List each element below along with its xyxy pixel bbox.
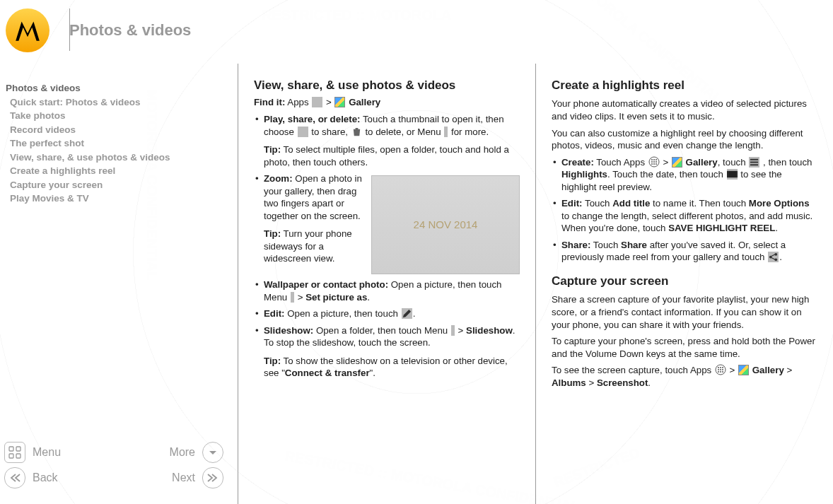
list-item: Wallpaper or contact photo: Open a pictu…	[254, 279, 520, 303]
content-area: View, share, & use photos & videos Find …	[238, 64, 833, 504]
li-text: for more.	[448, 127, 489, 137]
tip-text: To select multiple files, open a folder,…	[264, 144, 509, 168]
gallery-icon	[672, 157, 682, 168]
sidebar-item-8[interactable]: Play Movies & TV	[6, 192, 225, 206]
li-text: to name it. Then touch	[650, 198, 748, 209]
menu-label: Menu	[33, 446, 61, 459]
apps-grid-icon	[312, 97, 322, 107]
svg-point-28	[720, 371, 721, 373]
tip-text: ".	[370, 368, 375, 378]
svg-point-6	[653, 159, 655, 160]
share-box-icon	[298, 127, 308, 137]
li-text: . Touch the date, then touch	[607, 169, 726, 180]
list-item: Zoom: Open a photo in your gallery, then…	[254, 172, 520, 274]
col1-heading: View, share, & use photos & videos	[254, 78, 520, 93]
tip-label: Tip:	[264, 356, 281, 366]
tip: Tip: Turn your phone sideways for a wide…	[264, 228, 364, 265]
p-bold: Screenshot	[597, 377, 648, 388]
tip-label: Tip:	[264, 144, 281, 155]
back-button[interactable]: Back	[4, 467, 58, 488]
next-button[interactable]: Next	[172, 467, 223, 488]
li-bold: SAVE HIGHLIGHT REEL	[668, 223, 775, 233]
li-bold: Slideshow:	[264, 325, 313, 336]
findit-label: Find it:	[254, 97, 285, 107]
li-text: .	[367, 292, 370, 303]
photo-placeholder: 24 NOV 2014	[371, 175, 520, 274]
list-item: Create: Touch Apps > Gallery, touch , th…	[552, 156, 817, 194]
li-bold: Edit:	[264, 308, 285, 319]
trash-icon	[351, 127, 362, 137]
motorola-logo	[6, 8, 49, 52]
sidebar-item-1[interactable]: Quick start: Photos & videos	[6, 95, 225, 110]
arrow-icon: >	[295, 292, 305, 303]
sidebar-item-7[interactable]: Capture your screen	[6, 178, 225, 192]
svg-point-11	[651, 163, 653, 165]
more-button[interactable]: More	[170, 442, 223, 463]
li-text: .	[779, 252, 782, 262]
arrow-icon: >	[323, 97, 334, 107]
svg-point-8	[651, 161, 653, 163]
svg-point-24	[718, 369, 719, 370]
svg-point-9	[653, 161, 655, 163]
li-bold: Gallery	[683, 157, 718, 168]
li-text: Touch Apps	[594, 157, 648, 168]
svg-rect-15	[727, 171, 728, 177]
li-text: to share,	[309, 127, 351, 137]
li-bold: Play, share, or delete:	[264, 114, 360, 124]
tip-link: Connect & transfer	[285, 368, 370, 378]
tip: Tip: To show the slideshow on a televisi…	[264, 355, 520, 380]
arrow-icon: >	[455, 325, 466, 336]
col2-heading1: Create a highlights reel	[552, 78, 817, 93]
paragraph: Your phone automatically creates a video…	[552, 98, 817, 122]
paragraph: Share a screen capture of your favorite …	[552, 293, 817, 331]
svg-rect-16	[736, 171, 738, 177]
li-text: Open a picture, then touch	[285, 308, 401, 319]
arrow-icon: >	[727, 365, 738, 375]
li-text: , then touch	[760, 157, 812, 168]
li-text: Touch	[583, 198, 613, 209]
sidebar-item-0[interactable]: Photos & videos	[6, 81, 225, 95]
li-bold: Create:	[561, 157, 594, 168]
li-bold: Share:	[561, 240, 590, 250]
svg-rect-1	[16, 447, 21, 451]
hamburger-icon	[749, 157, 759, 168]
li-bold: Slideshow	[466, 325, 513, 336]
more-label: More	[170, 446, 195, 459]
findit-apps-text: Apps	[285, 97, 311, 107]
menu-icon	[4, 442, 25, 463]
sidebar-item-6[interactable]: Create a highlights reel	[6, 164, 225, 178]
li-bold: Share	[621, 240, 647, 250]
paragraph: To see the screen capture, touch Apps > …	[552, 364, 817, 389]
arrow-icon: >	[660, 157, 671, 168]
svg-point-13	[656, 163, 657, 165]
share-icon	[768, 252, 779, 262]
li-text: .	[413, 308, 416, 319]
svg-point-5	[651, 159, 653, 160]
li-bold: Add title	[612, 198, 650, 209]
list-item: Slideshow: Open a folder, then touch Men…	[254, 324, 520, 380]
sidebar-item-2[interactable]: Take photos	[6, 109, 225, 123]
svg-point-7	[656, 159, 657, 160]
li-text: , touch	[718, 157, 749, 168]
sidebar-item-5[interactable]: View, share, & use photos & videos	[6, 151, 225, 165]
col2-heading2: Capture your screen	[552, 274, 817, 289]
li-bold: Wallpaper or contact photo:	[264, 279, 388, 290]
li-bold: Highlights	[561, 169, 607, 180]
list-item: Edit: Open a picture, then touch .	[254, 307, 520, 320]
list-item: Edit: Touch Add title to name it. Then t…	[552, 197, 817, 235]
apps-circle-icon	[715, 364, 726, 375]
gallery-icon	[738, 365, 749, 375]
next-label: Next	[172, 471, 195, 484]
back-icon	[4, 467, 25, 488]
li-bold: More Options	[749, 198, 810, 209]
svg-point-27	[718, 371, 719, 373]
menu-button[interactable]: Menu	[4, 442, 61, 463]
svg-rect-14	[728, 171, 735, 177]
svg-point-26	[722, 369, 723, 370]
sidebar-item-3[interactable]: Record videos	[6, 123, 225, 137]
bottom-nav: Menu More Back Next	[4, 442, 223, 493]
menu-dots-icon	[291, 292, 294, 303]
page-title: Photos & videos	[69, 21, 191, 40]
sidebar-item-4[interactable]: The perfect shot	[6, 136, 225, 151]
tip: Tip: To select multiple files, open a fo…	[264, 143, 520, 168]
